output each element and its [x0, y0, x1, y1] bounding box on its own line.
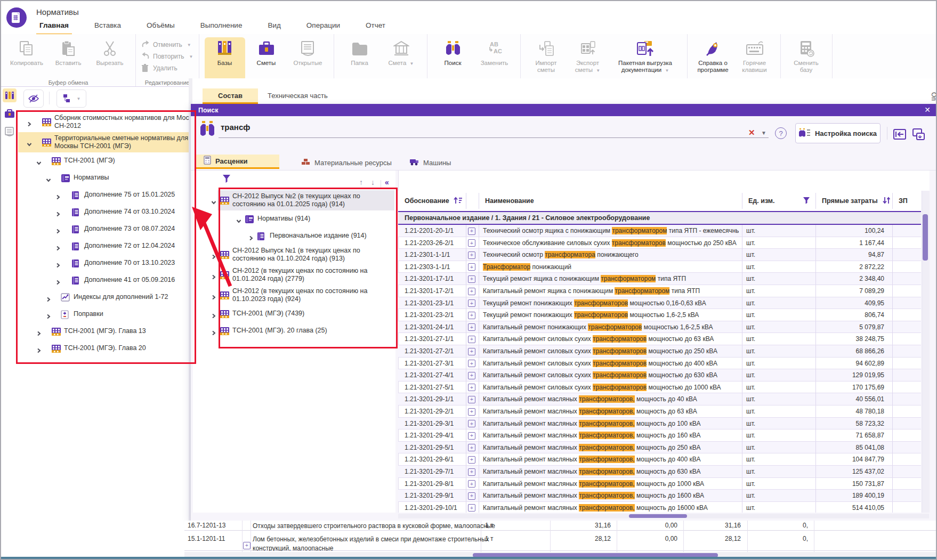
menu-tab-Отчет[interactable]: Отчет	[362, 19, 389, 35]
expand-plus-icon[interactable]: +	[468, 371, 475, 379]
expand-plus-icon[interactable]: +	[468, 468, 475, 476]
help-icon[interactable]: ?	[775, 127, 787, 139]
result-row[interactable]: 1.21-3201-29-7/1+Капитальный ремонт масл…	[398, 466, 921, 478]
result-row[interactable]: 1.21-3201-29-4/1+Капитальный ремонт масл…	[398, 429, 921, 442]
results-group-row[interactable]: Первоначальное издание / 1. Здания / 21 …	[398, 211, 921, 225]
expand-plus-icon[interactable]: +	[243, 541, 251, 549]
ribbon-button-Сменить базу[interactable]: Сменить базу	[786, 37, 827, 81]
result-row[interactable]: 1.21-3201-29-8/1+Капитальный ремонт масл…	[398, 478, 921, 490]
ribbon-button-Базы[interactable]: Базы	[205, 37, 245, 81]
expand-plus-icon[interactable]: +	[468, 420, 475, 428]
chevron-right-icon[interactable]	[211, 311, 216, 321]
result-row[interactable]: 1.21-3201-29-3/1+Капитальный ремонт масл…	[398, 418, 921, 430]
result-row[interactable]: 1.21-3201-29-10/1+Капитальный ремонт мас…	[398, 502, 921, 513]
ribbon-button-Импорт сметы[interactable]: Импорт сметы	[526, 37, 567, 81]
column-header-code[interactable]: Обоснование	[398, 191, 466, 211]
ribbon-button-Папка[interactable]: Папка	[340, 37, 380, 81]
expand-plus-icon[interactable]: +	[468, 323, 475, 331]
result-row[interactable]: 1.21-3201-29-1/1+Капитальный ремонт масл…	[398, 393, 921, 405]
result-row[interactable]: 1.21-2301-1-1/1+Технический осмотр транс…	[398, 249, 921, 261]
move-up-button[interactable]: ↑	[359, 178, 363, 186]
ribbon-button-Поиск[interactable]: Поиск	[433, 37, 473, 81]
chevron-right-icon[interactable]	[211, 328, 216, 338]
dock-panel-icon[interactable]	[893, 128, 907, 143]
hide-panel-button[interactable]	[23, 90, 44, 108]
expand-plus-icon[interactable]: +	[468, 384, 475, 392]
ribbon-button-Повторить[interactable]: Повторить▼	[141, 52, 193, 61]
expand-plus-icon[interactable]: +	[468, 251, 475, 259]
search-tab-Машины[interactable]: Машины	[402, 155, 466, 171]
search-input-underline[interactable]	[219, 126, 769, 138]
tab-sostav[interactable]: Состав	[203, 88, 258, 104]
result-row[interactable]: 1.21-3201-27-5/1+Капитальный ремонт сило…	[398, 382, 921, 394]
sort-both-icon[interactable]	[882, 197, 891, 206]
result-row[interactable]: 1.21-3201-29-6/1+Капитальный ремонт масл…	[398, 453, 921, 466]
ribbon-button-Пакетная выгрузка документации[interactable]: Пакетная выгрузка документации ▼	[609, 37, 682, 81]
expand-plus-icon[interactable]: +	[468, 275, 475, 283]
menu-tab-Вставка[interactable]: Вставка	[91, 19, 124, 35]
expand-plus-icon[interactable]: +	[468, 287, 475, 295]
filter-icon[interactable]	[803, 197, 810, 206]
table-row[interactable]: 15.1-1201-11+Лом бетонных, железобетонны…	[184, 531, 936, 551]
sort-asc-icon[interactable]	[454, 197, 463, 206]
ribbon-button-Смета[interactable]: Смета ▼	[381, 37, 422, 81]
ribbon-button-Копировать[interactable]: Копировать	[6, 37, 47, 81]
result-row[interactable]: 1.21-2201-20-1/1+Технический осмотр ящик…	[398, 225, 921, 237]
column-header-direct[interactable]: Прямые затраты	[815, 191, 891, 211]
expand-plus-icon[interactable]: +	[468, 492, 475, 500]
tree-view-button[interactable]: ▼	[56, 90, 86, 108]
ribbon-button-Экспорт сметы[interactable]: Экспорт сметы ▼	[568, 37, 608, 81]
search-settings-button[interactable]: Настройка поиска	[795, 123, 881, 143]
search-dropdown-icon[interactable]: ▼	[761, 130, 766, 136]
result-row[interactable]: 1.21-3201-17-2/1+Капитальный ремонт ящик…	[398, 285, 921, 297]
result-row[interactable]: 1.21-3201-29-5/1+Капитальный ремонт масл…	[398, 442, 921, 454]
expand-plus-icon[interactable]: +	[468, 360, 475, 368]
result-row[interactable]: 1.21-3201-29-2/1+Капитальный ремонт масл…	[398, 405, 921, 418]
popup-hscrollbar-thumb[interactable]	[629, 514, 687, 518]
result-row[interactable]: 1.21-3201-17-1/1+Текущий ремонт ящика с …	[398, 273, 921, 285]
expand-plus-icon[interactable]: +	[468, 239, 475, 247]
result-row[interactable]: 1.21-3201-27-4/1+Капитальный ремонт сило…	[398, 369, 921, 382]
vertical-scrollbar-thumb[interactable]	[923, 214, 928, 261]
menu-tab-Операции[interactable]: Операции	[303, 19, 343, 35]
result-row[interactable]: 1.21-2203-26-2/1+Техническое обслуживани…	[398, 237, 921, 249]
close-icon[interactable]: ✕	[923, 105, 932, 115]
ribbon-button-Справка о программе[interactable]: Справка о программе	[693, 37, 733, 81]
expand-plus-icon[interactable]: +	[468, 335, 475, 343]
expand-plus-icon[interactable]: +	[468, 299, 475, 307]
menu-tab-Вид[interactable]: Вид	[264, 19, 284, 35]
tab-tech-part[interactable]: Техническая часть	[268, 92, 328, 100]
column-header-name[interactable]: Наименование	[479, 191, 742, 211]
column-header-unit[interactable]: Ед. изм.	[742, 191, 815, 211]
expand-plus-icon[interactable]: +	[468, 504, 475, 512]
rail-estimates-button[interactable]	[3, 107, 17, 120]
menu-tab-Главная[interactable]: Главная	[36, 19, 72, 35]
ribbon-button-Удалить[interactable]: Удалить	[141, 64, 193, 72]
ribbon-button-Вырезать[interactable]: Вырезать	[90, 37, 130, 81]
expand-plus-icon[interactable]: +	[468, 263, 475, 271]
result-row[interactable]: 1.21-3201-24-1/1+Капитальный ремонт пони…	[398, 321, 921, 334]
result-row[interactable]: 1.21-2303-1-1/1+Трансформатор понижающий…	[398, 261, 921, 273]
search-tab-Расценки[interactable]: Расценки	[196, 155, 279, 169]
table-row[interactable]: 16.7-1201-13Отходы затвердевшего строите…	[184, 521, 936, 531]
expand-plus-icon[interactable]: +	[468, 480, 475, 488]
ribbon-button-Открытые[interactable]: Открытые	[288, 37, 328, 81]
menu-tab-Выполнение[interactable]: Выполнение	[197, 19, 246, 35]
result-row[interactable]: 1.21-3201-29-9/1+Капитальный ремонт масл…	[398, 490, 921, 502]
new-window-icon[interactable]	[912, 128, 926, 143]
filter-icon[interactable]	[222, 174, 231, 185]
search-tab-Материальные ресурсы[interactable]: Материальные ресурсы	[293, 155, 407, 171]
ribbon-button-Горячие клавиши[interactable]: Горячие клавиши	[734, 37, 775, 81]
rail-bases-button[interactable]	[3, 88, 17, 102]
rail-open-docs-button[interactable]	[3, 125, 17, 139]
menu-tab-Объёмы[interactable]: Объёмы	[143, 19, 178, 35]
collapse-panel-button[interactable]: «	[385, 178, 389, 186]
expand-plus-icon[interactable]: +	[468, 311, 475, 319]
expand-plus-icon[interactable]: +	[468, 456, 475, 464]
ribbon-button-Сметы[interactable]: Сметы	[246, 37, 287, 81]
result-row[interactable]: 1.21-3201-27-3/1+Капитальный ремонт сило…	[398, 358, 921, 370]
result-row[interactable]: 1.21-3201-27-2/1+Капитальный ремонт сило…	[398, 345, 921, 358]
expand-plus-icon[interactable]: +	[468, 347, 475, 355]
move-down-button[interactable]: ↓	[371, 178, 375, 186]
ribbon-button-Вставить[interactable]: Вставить	[48, 37, 88, 81]
